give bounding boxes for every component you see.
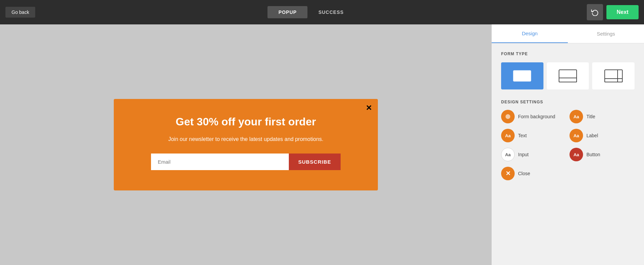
design-setting-title[interactable]: Aa Title: [570, 110, 635, 123]
label-circle: Aa: [570, 129, 583, 142]
design-settings-label: DESIGN SETTINGS: [501, 100, 635, 104]
nav-tabs: POPUP SUCCESS: [267, 6, 355, 18]
title-circle: Aa: [570, 110, 583, 123]
design-setting-form-background[interactable]: Form background: [501, 110, 566, 123]
popup-title: Get 30% off your first order: [176, 115, 316, 128]
text-label: Text: [518, 133, 527, 138]
popup-form: SUBSCRIBE: [151, 154, 341, 170]
button-circle: Aa: [570, 148, 583, 161]
popup-preview: ✕ Get 30% off your first order Join our …: [114, 99, 378, 190]
subscribe-button[interactable]: SUBSCRIBE: [289, 154, 341, 170]
label-text: Label: [586, 133, 598, 138]
text-circle: Aa: [501, 129, 515, 142]
design-settings-grid: Form background Aa Title Aa Text Aa Labe…: [501, 110, 635, 180]
panel-content: FORM TYPE: [492, 43, 644, 265]
design-setting-input[interactable]: Aa Input: [501, 148, 566, 161]
svg-rect-0: [513, 70, 531, 81]
form-background-icon: [505, 114, 511, 120]
right-panel: Design Settings FORM TYPE: [492, 24, 644, 265]
undo-icon: [591, 8, 599, 16]
form-type-banner-bottom[interactable]: [547, 62, 589, 89]
design-setting-close[interactable]: ✕ Close: [501, 167, 566, 180]
form-background-circle: [501, 110, 515, 123]
form-type-row: [501, 62, 635, 89]
svg-rect-2: [559, 70, 577, 82]
tab-success[interactable]: SUCCESS: [307, 6, 355, 18]
undo-button[interactable]: [587, 4, 603, 20]
tab-popup[interactable]: POPUP: [267, 6, 307, 18]
popup-close-button[interactable]: ✕: [366, 104, 372, 113]
design-setting-text[interactable]: Aa Text: [501, 129, 566, 142]
svg-rect-4: [605, 70, 622, 82]
design-setting-button[interactable]: Aa Button: [570, 148, 635, 161]
svg-rect-3: [559, 78, 577, 82]
svg-point-7: [506, 114, 510, 119]
nav-right: Next: [587, 4, 639, 20]
tab-design[interactable]: Design: [492, 24, 568, 43]
top-nav: Go back POPUP SUCCESS Next: [0, 0, 644, 24]
popup-type-icon: [513, 69, 532, 83]
input-circle: Aa: [501, 148, 515, 161]
svg-rect-5: [605, 79, 622, 82]
form-type-label: FORM TYPE: [501, 52, 635, 56]
input-label: Input: [518, 152, 529, 157]
canvas: ✕ Get 30% off your first order Join our …: [0, 24, 492, 265]
main-area: ✕ Get 30% off your first order Join our …: [0, 24, 644, 265]
email-input[interactable]: [151, 154, 289, 170]
close-circle: ✕: [501, 167, 515, 180]
close-label: Close: [518, 171, 530, 176]
tab-settings[interactable]: Settings: [568, 24, 644, 43]
form-background-label: Form background: [518, 114, 555, 119]
popup-subtitle: Join our newsletter to receive the lates…: [168, 135, 323, 143]
banner-bottom-icon: [558, 69, 577, 83]
form-type-banner-top[interactable]: [592, 62, 635, 89]
design-setting-label[interactable]: Aa Label: [570, 129, 635, 142]
next-button[interactable]: Next: [606, 5, 639, 19]
title-label: Title: [586, 114, 595, 119]
button-label: Button: [586, 152, 600, 157]
form-type-popup[interactable]: [501, 62, 543, 89]
panel-tabs: Design Settings: [492, 24, 644, 43]
banner-top-icon: [604, 69, 623, 83]
go-back-button[interactable]: Go back: [5, 7, 35, 18]
